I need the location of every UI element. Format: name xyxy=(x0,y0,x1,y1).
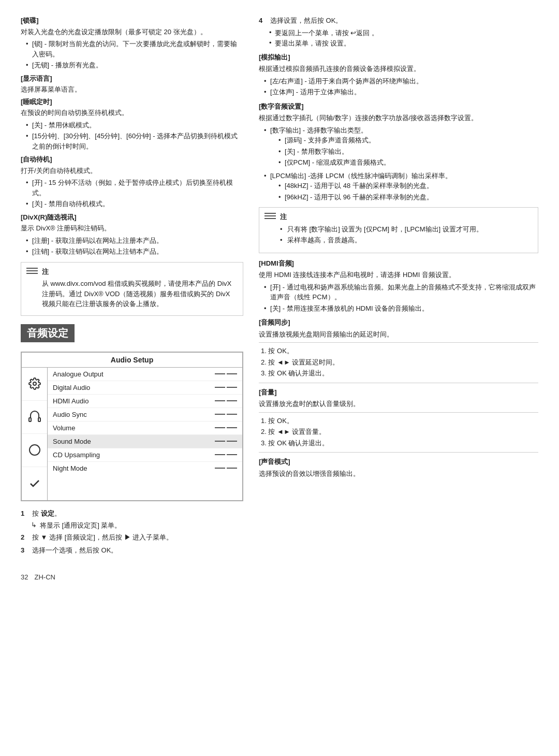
sleep-timer-desc: 在预设的时间自动切换至待机模式。 xyxy=(21,108,243,118)
audio-item-row[interactable]: Analogue Output xyxy=(48,368,242,381)
volume-title: [音量] xyxy=(259,387,538,398)
step-1-sub: ↳ 将显示 [通用设定页] 菜单。 xyxy=(21,521,243,530)
step-4-sub2: • 要退出菜单，请按 设置。 xyxy=(259,39,538,48)
audio-item-row[interactable]: CD Upsampling xyxy=(48,448,242,462)
audio-item-dash xyxy=(215,454,237,455)
audio-item-label: Sound Mode xyxy=(53,438,215,445)
audio-setup-body: Analogue Output Digital Audio HDMI Audio… xyxy=(22,368,242,500)
step-4-row: 4 选择设置，然后按 OK。 xyxy=(259,16,538,26)
audio-item-row[interactable]: Audio Sync xyxy=(48,408,242,421)
list-item: [源码] - 支持多声道音频格式。 xyxy=(278,135,538,146)
list-item: [48kHZ] - 适用于以 48 千赫的采样率录制的光盘。 xyxy=(278,181,538,191)
audio-sync-step2: 2. 按 ◄► 设置延迟时间。 xyxy=(259,357,538,368)
note2-list: 只有将 [数字输出] 设置为 [仅PCM] 时，[LPCM输出] 设置才可用。 … xyxy=(280,224,533,245)
audio-sync-title: [音频同步] xyxy=(259,317,538,328)
divx-list: [注册] - 获取注册码以在网站上注册本产品。 [注销] - 获取注销码以在网站… xyxy=(21,236,243,257)
audio-setup-big-title: 音频设定 xyxy=(21,324,75,342)
audio-sync-step1: 1. 按 OK。 xyxy=(259,346,538,356)
list-item: [立体声] - 适用于立体声输出。 xyxy=(264,87,538,97)
volume-step2: 2. 按 ◄► 设置音量。 xyxy=(259,427,538,437)
sleep-timer-list: [关] - 禁用休眠模式。 [15分钟]、[30分钟]、[45分钟]、[60分钟… xyxy=(21,120,243,152)
svg-rect-9 xyxy=(264,218,276,219)
analog-output-list: [左/右声道] - 适用于来自两个扬声器的环绕声输出。 [立体声] - 适用于立… xyxy=(259,76,538,97)
auto-standby-desc: 打开/关闭自动待机模式。 xyxy=(21,166,243,176)
step-4-sub2-text: 要退出菜单，请按 设置。 xyxy=(275,39,351,48)
audio-item-label: HDMI Audio xyxy=(53,397,215,405)
step-1-sub-text: 将显示 [通用设定页] 菜单。 xyxy=(40,521,121,530)
auto-standby-title: [自动待机] xyxy=(21,154,243,165)
note-text: 从 www.divx.com/vod 租借或购买视频时，请使用本产品的 DivX… xyxy=(42,279,238,309)
audio-item-dash xyxy=(215,387,237,388)
sound-mode-desc: 选择预设的音效以增强音频输出。 xyxy=(259,469,538,479)
list-item: [注册] - 获取注册码以在网站上注册本产品。 xyxy=(26,236,243,246)
list-item: [仅PCM] - 缩混成双声道音频格式。 xyxy=(278,157,538,168)
digital-audio-list: [数字输出] - 选择数字输出类型。 [源码] - 支持多声道音频格式。 [关]… xyxy=(259,125,538,202)
audio-item-dash xyxy=(215,427,237,428)
list-item: [无锁] - 播放所有光盘。 xyxy=(26,60,243,70)
audio-item-row[interactable]: HDMI Audio xyxy=(48,395,242,408)
lang-code: ZH-CN xyxy=(34,573,55,581)
audio-sync-step3: 3. 按 OK 确认并退出。 xyxy=(259,368,538,379)
step-3-content: 选择一个选项，然后按 OK。 xyxy=(32,545,243,556)
svg-rect-8 xyxy=(264,215,276,216)
step-4-sub1: • 要返回上一个菜单，请按 ↩返回 。 xyxy=(259,28,538,38)
svg-rect-0 xyxy=(26,268,38,269)
volume-steps: 1. 按 OK。 2. 按 ◄► 设置音量。 3. 按 OK 确认并退出。 xyxy=(259,412,538,453)
list-item: [开] - 通过电视和扬声器系统输出音频。如果光盘上的音频格式不受支持，它将缩混… xyxy=(264,282,538,302)
list-item: [关] - 禁用数字输出。 xyxy=(278,147,538,157)
svg-point-6 xyxy=(30,445,40,455)
step-4-content: 选择设置，然后按 OK。 xyxy=(270,16,538,26)
sleep-timer-title: [睡眠定时] xyxy=(21,97,243,107)
divx-desc: 显示 DivX® 注册码和注销码。 xyxy=(21,223,243,234)
list-item: [关] - 禁用休眠模式。 xyxy=(26,120,243,130)
audio-setup-table-title: Audio Setup xyxy=(22,353,242,368)
note-icon xyxy=(26,267,38,278)
digital-audio-title: [数字音频设置] xyxy=(259,101,538,112)
note2-label: 注 xyxy=(280,212,533,222)
display-lang-title: [显示语言] xyxy=(21,74,243,84)
svg-rect-5 xyxy=(38,418,40,421)
divx-title: [DivX(R)随选视讯] xyxy=(21,212,243,223)
list-item: [开] - 15 分钟不活动（例如，处于暂停或停止模式）后切换至待机模式。 xyxy=(26,178,243,198)
step-1-bold: 设定 xyxy=(41,510,54,517)
arrow-right: ↳ xyxy=(31,521,37,530)
hdmi-audio-title: [HDMI音频] xyxy=(259,258,538,269)
audio-item-label: Audio Sync xyxy=(53,411,215,418)
display-lang-desc: 选择屏幕菜单语言。 xyxy=(21,84,243,95)
note-box-2: 注 只有将 [数字输出] 设置为 [仅PCM] 时，[LPCM输出] 设置才可用… xyxy=(259,207,538,253)
audio-item-label: Analogue Output xyxy=(53,370,215,378)
audio-item-row-selected[interactable]: Sound Mode xyxy=(48,435,242,448)
check-icon xyxy=(22,467,47,500)
volume-step3: 3. 按 OK 确认并退出。 xyxy=(259,438,538,448)
step-2-num: 2 xyxy=(21,532,29,543)
list-item: [关] - 禁用连接至本播放机的 HDMI 设备的音频输出。 xyxy=(264,303,538,314)
gear-icon xyxy=(22,368,47,401)
audio-items-col: Analogue Output Digital Audio HDMI Audio… xyxy=(48,368,242,500)
steps-section: 1 按 设定。 ↳ 将显示 [通用设定页] 菜单。 2 按 ▼ 选择 [音频设定… xyxy=(21,508,243,556)
hdmi-audio-desc: 使用 HDMI 连接线连接本产品和电视时，请选择 HDMI 音频设置。 xyxy=(259,270,538,280)
svg-rect-7 xyxy=(264,213,276,214)
digital-audio-desc: 根据通过数字插孔（同轴/数字）连接的数字功放器/接收器选择数字设置。 xyxy=(259,113,538,123)
step-3-row: 3 选择一个选项，然后按 OK。 xyxy=(21,545,243,556)
auto-standby-list: [开] - 15 分钟不活动（例如，处于暂停或停止模式）后切换至待机模式。 [关… xyxy=(21,178,243,209)
step-1-num: 1 xyxy=(21,508,29,519)
list-item: [LPCM输出] -选择 LPCM（线性脉冲编码调制）输出采样率。 [48kHZ… xyxy=(264,171,538,202)
list-item: [96kHZ] - 适用于以 96 千赫的采样率录制的光盘。 xyxy=(278,192,538,202)
audio-item-dash xyxy=(215,441,237,442)
audio-item-row[interactable]: Night Mode xyxy=(48,462,242,475)
svg-rect-2 xyxy=(26,273,38,274)
audio-item-row[interactable]: Volume xyxy=(48,421,242,435)
bullet: • xyxy=(269,28,272,38)
note-box: 注 从 www.divx.com/vod 租借或购买视频时，请使用本产品的 Di… xyxy=(21,262,243,316)
audio-item-row[interactable]: Digital Audio xyxy=(48,381,242,395)
analog-output-desc: 根据通过模拟音频插孔连接的音频设备选择模拟设置。 xyxy=(259,64,538,74)
audio-item-dash xyxy=(215,373,237,374)
analog-output-title: [模拟输出] xyxy=(259,52,538,63)
step-2-content: 按 ▼ 选择 [音频设定]，然后按 ▶ 进入子菜单。 xyxy=(32,532,243,543)
svg-point-3 xyxy=(33,382,36,385)
lock-disc-list: [锁] - 限制对当前光盘的访问。下一次要播放此光盘或解锁时，需要输入密码。 [… xyxy=(21,39,243,70)
volume-desc: 设置播放光盘时的默认音量级别。 xyxy=(259,399,538,409)
audio-item-label: CD Upsampling xyxy=(53,451,215,459)
page-num: 32 xyxy=(21,573,28,581)
svg-rect-4 xyxy=(29,418,31,421)
